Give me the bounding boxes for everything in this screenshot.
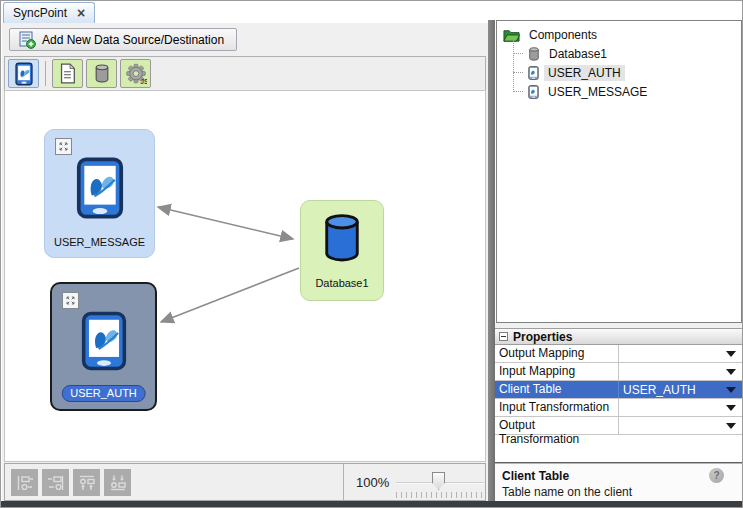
tree-root-label: Components	[525, 27, 601, 43]
components-panel: Components Database1 USER_AUTH	[496, 20, 742, 323]
tree-children: Database1 USER_AUTH	[513, 44, 741, 101]
property-row-input-mapping[interactable]: Input Mapping	[495, 363, 743, 381]
gear-js-badge: JS	[140, 78, 147, 85]
property-value-text: USER_AUTH	[623, 383, 696, 397]
new-document-tool-button[interactable]	[52, 59, 83, 88]
collapse-icon[interactable]	[499, 332, 508, 341]
properties-header: Properties	[495, 328, 743, 345]
dropdown-arrow-icon[interactable]	[726, 369, 736, 375]
property-label: Client Table	[495, 381, 619, 398]
property-value[interactable]	[619, 363, 743, 380]
diagram-canvas[interactable]: USER_MESSAGE Database1	[4, 90, 486, 462]
tablet-icon	[76, 156, 124, 220]
zoom-control: 100%	[344, 464, 485, 500]
zoom-percent-label: 100%	[356, 475, 389, 490]
add-button-label: Add New Data Source/Destination	[42, 33, 224, 47]
folder-icon	[503, 28, 520, 42]
client-device-icon	[528, 66, 539, 80]
add-data-source-button[interactable]: Add New Data Source/Destination	[9, 28, 237, 51]
node-label: Database1	[301, 277, 383, 289]
dropdown-arrow-icon[interactable]	[726, 387, 736, 393]
tab-close-icon[interactable]: ×	[77, 7, 85, 19]
expand-node-icon[interactable]	[62, 292, 79, 309]
dropdown-arrow-icon[interactable]	[726, 405, 736, 411]
align-right-button[interactable]	[42, 469, 69, 496]
description-title: Client Table	[502, 469, 569, 483]
align-right-icon	[46, 473, 66, 493]
database-icon	[321, 213, 363, 263]
panel-splitter[interactable]	[488, 20, 495, 502]
property-row-client-table[interactable]: Client Table USER_AUTH	[495, 381, 743, 399]
property-value[interactable]	[619, 399, 743, 416]
window-bottom-border	[1, 501, 742, 507]
client-device-icon	[528, 85, 539, 99]
tree-item-label: USER_MESSAGE	[544, 84, 651, 100]
new-database-tool-button[interactable]	[86, 59, 117, 88]
js-settings-tool-button[interactable]: JS	[120, 59, 151, 88]
toolbar-separator	[45, 61, 46, 86]
zoom-slider-thumb[interactable]	[432, 472, 445, 490]
property-value[interactable]: USER_AUTH	[619, 381, 743, 398]
syncpoint-window: SyncPoint × Add New Data Source/Destinat…	[0, 0, 743, 508]
property-description-panel: Client Table ? Table name on the client	[495, 462, 743, 503]
property-row-output-transformation[interactable]: Output Transformation	[495, 417, 743, 435]
align-top-button[interactable]	[73, 469, 100, 496]
gear-icon: JS	[125, 63, 147, 85]
align-bottom-icon	[108, 473, 128, 493]
dropdown-arrow-icon[interactable]	[726, 351, 736, 357]
tab-syncpoint[interactable]: SyncPoint ×	[3, 2, 95, 23]
dropdown-arrow-icon[interactable]	[726, 423, 736, 429]
properties-title: Properties	[513, 330, 572, 344]
node-user-auth[interactable]: USER_AUTH	[50, 282, 157, 411]
edge-database1-user-auth[interactable]	[161, 268, 299, 322]
zoom-slider[interactable]	[396, 468, 484, 498]
property-value[interactable]	[619, 345, 743, 362]
property-label: Output Transformation	[495, 417, 619, 434]
expand-node-icon[interactable]	[55, 138, 72, 155]
tablet-icon	[15, 62, 33, 86]
database-icon	[94, 63, 110, 84]
database-icon	[528, 47, 540, 61]
add-table-icon	[18, 31, 36, 49]
tree-guide-line	[513, 72, 523, 73]
zoom-slider-ticks	[396, 492, 484, 498]
canvas-bottom-bar: 100%	[4, 463, 486, 501]
document-icon	[59, 63, 76, 84]
alignment-buttons	[11, 469, 131, 496]
properties-panel: Properties Output Mapping Input Mapping …	[495, 328, 743, 435]
align-left-icon	[15, 473, 35, 493]
client-device-tool-button[interactable]	[8, 59, 39, 88]
tree-item-database1[interactable]: Database1	[513, 44, 741, 63]
tree-guide-line	[513, 91, 523, 92]
node-label: USER_MESSAGE	[45, 236, 154, 248]
editor-area: Add New Data Source/Destination	[2, 23, 488, 502]
edge-database1-user-message[interactable]	[158, 207, 293, 239]
property-label: Input Transformation	[495, 399, 619, 416]
tree-item-label: Database1	[545, 46, 611, 62]
property-label: Input Mapping	[495, 363, 619, 380]
tablet-icon	[81, 310, 127, 372]
tree-item-user-auth[interactable]: USER_AUTH	[513, 63, 741, 82]
property-row-input-transformation[interactable]: Input Transformation	[495, 399, 743, 417]
property-value[interactable]	[619, 417, 743, 434]
tree-guide-line	[513, 53, 523, 54]
node-database1[interactable]: Database1	[300, 200, 384, 301]
align-top-icon	[77, 473, 97, 493]
help-icon[interactable]: ?	[709, 468, 724, 483]
property-label: Output Mapping	[495, 345, 619, 362]
palette-toolbar: JS	[4, 56, 486, 91]
tab-title: SyncPoint	[13, 6, 67, 20]
node-label-selected: USER_AUTH	[61, 385, 146, 402]
node-user-message[interactable]: USER_MESSAGE	[44, 129, 155, 258]
tree-item-label: USER_AUTH	[544, 65, 625, 81]
align-bottom-button[interactable]	[104, 469, 131, 496]
align-left-button[interactable]	[11, 469, 38, 496]
description-text: Table name on the client	[502, 485, 736, 499]
property-row-output-mapping[interactable]: Output Mapping	[495, 345, 743, 363]
tree-root-components[interactable]: Components	[503, 25, 741, 44]
tree-item-user-message[interactable]: USER_MESSAGE	[513, 82, 741, 101]
